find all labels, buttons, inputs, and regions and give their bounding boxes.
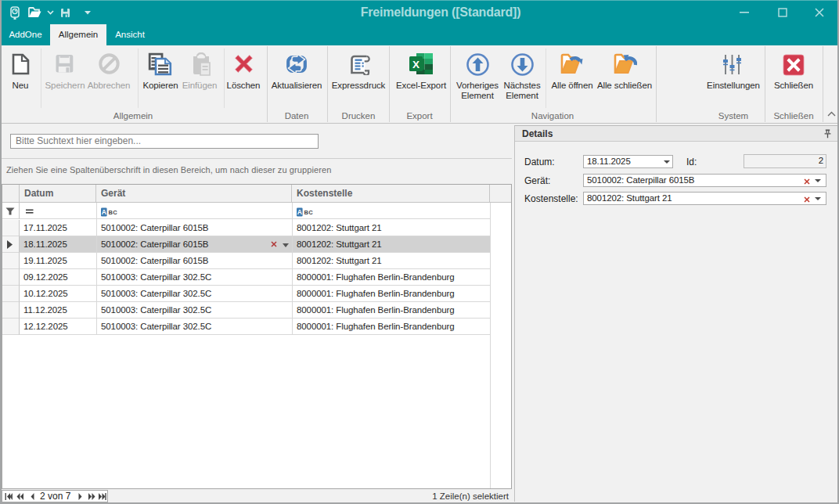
svg-text:BC: BC bbox=[304, 209, 314, 216]
svg-text:BC: BC bbox=[109, 209, 118, 216]
svg-text:A: A bbox=[102, 208, 106, 216]
svg-text:A: A bbox=[297, 208, 302, 216]
svg-text:X: X bbox=[412, 59, 420, 70]
